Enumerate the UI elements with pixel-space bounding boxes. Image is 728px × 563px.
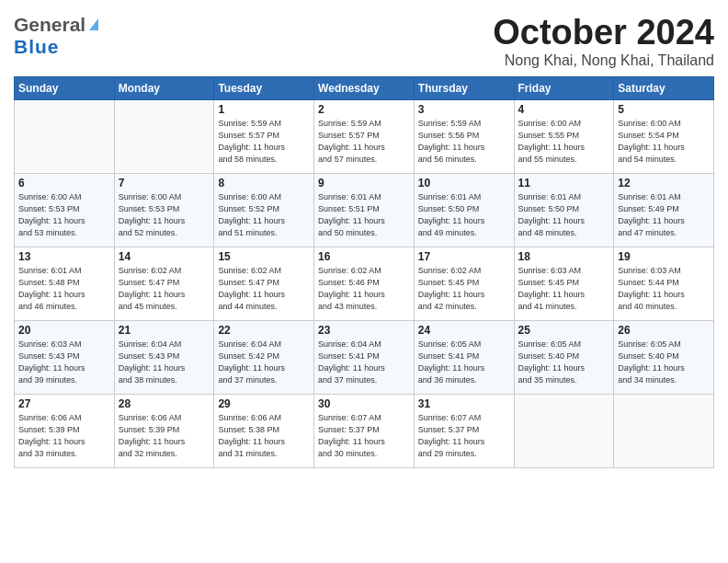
table-row: 8Sunrise: 6:00 AM Sunset: 5:52 PM Daylig… [214, 173, 314, 247]
day-number: 10 [418, 177, 510, 190]
day-info: Sunrise: 6:03 AM Sunset: 5:45 PM Dayligh… [518, 265, 610, 313]
day-number: 20 [18, 324, 110, 337]
day-number: 28 [119, 397, 210, 410]
table-row: 11Sunrise: 6:01 AM Sunset: 5:50 PM Dayli… [514, 173, 614, 247]
calendar: Sunday Monday Tuesday Wednesday Thursday… [14, 76, 714, 468]
table-row: 21Sunrise: 6:04 AM Sunset: 5:43 PM Dayli… [114, 320, 214, 394]
table-row: 10Sunrise: 6:01 AM Sunset: 5:50 PM Dayli… [414, 173, 514, 247]
day-info: Sunrise: 6:05 AM Sunset: 5:41 PM Dayligh… [418, 339, 510, 386]
weekday-header-row: Sunday Monday Tuesday Wednesday Thursday… [15, 76, 714, 99]
header-friday: Friday [514, 76, 614, 99]
day-info: Sunrise: 6:05 AM Sunset: 5:40 PM Dayligh… [518, 339, 610, 386]
day-info: Sunrise: 5:59 AM Sunset: 5:56 PM Dayligh… [418, 118, 510, 166]
logo-general: General [14, 14, 85, 36]
day-number: 14 [119, 250, 210, 263]
header-sunday: Sunday [15, 76, 115, 99]
table-row: 26Sunrise: 6:05 AM Sunset: 5:40 PM Dayli… [614, 320, 714, 394]
day-number: 1 [218, 103, 310, 116]
day-number: 15 [218, 250, 310, 263]
day-number: 18 [518, 250, 610, 263]
day-number: 27 [18, 397, 110, 410]
day-info: Sunrise: 6:02 AM Sunset: 5:47 PM Dayligh… [119, 265, 210, 313]
header-monday: Monday [114, 76, 214, 99]
day-number: 31 [418, 397, 510, 410]
day-number: 26 [618, 324, 710, 337]
location-title: Nong Khai, Nong Khai, Thailand [493, 52, 714, 69]
header-thursday: Thursday [414, 76, 514, 99]
week-row-4: 20Sunrise: 6:03 AM Sunset: 5:43 PM Dayli… [15, 320, 714, 394]
table-row: 23Sunrise: 6:04 AM Sunset: 5:41 PM Dayli… [314, 320, 415, 394]
table-row [15, 99, 115, 173]
day-info: Sunrise: 6:06 AM Sunset: 5:38 PM Dayligh… [218, 412, 310, 460]
table-row: 27Sunrise: 6:06 AM Sunset: 5:39 PM Dayli… [15, 394, 115, 467]
table-row: 22Sunrise: 6:04 AM Sunset: 5:42 PM Dayli… [214, 320, 314, 394]
day-info: Sunrise: 6:04 AM Sunset: 5:42 PM Dayligh… [218, 339, 310, 386]
day-info: Sunrise: 6:02 AM Sunset: 5:46 PM Dayligh… [318, 265, 410, 313]
day-info: Sunrise: 6:04 AM Sunset: 5:43 PM Dayligh… [119, 339, 210, 386]
day-info: Sunrise: 6:00 AM Sunset: 5:52 PM Dayligh… [218, 191, 310, 239]
table-row: 24Sunrise: 6:05 AM Sunset: 5:41 PM Dayli… [414, 320, 514, 394]
table-row: 19Sunrise: 6:03 AM Sunset: 5:44 PM Dayli… [614, 247, 714, 320]
day-info: Sunrise: 6:05 AM Sunset: 5:40 PM Dayligh… [618, 339, 710, 386]
table-row: 9Sunrise: 6:01 AM Sunset: 5:51 PM Daylig… [314, 173, 415, 247]
header: General Blue October 2024 Nong Khai, Non… [14, 14, 714, 69]
day-info: Sunrise: 6:01 AM Sunset: 5:49 PM Dayligh… [618, 191, 710, 239]
day-info: Sunrise: 6:01 AM Sunset: 5:50 PM Dayligh… [418, 191, 510, 239]
week-row-1: 1Sunrise: 5:59 AM Sunset: 5:57 PM Daylig… [15, 99, 714, 173]
table-row: 16Sunrise: 6:02 AM Sunset: 5:46 PM Dayli… [314, 247, 415, 320]
day-number: 6 [18, 177, 110, 190]
table-row: 3Sunrise: 5:59 AM Sunset: 5:56 PM Daylig… [414, 99, 514, 173]
day-number: 12 [618, 177, 710, 190]
table-row: 5Sunrise: 6:00 AM Sunset: 5:54 PM Daylig… [614, 99, 714, 173]
day-number: 16 [318, 250, 410, 263]
day-info: Sunrise: 6:02 AM Sunset: 5:45 PM Dayligh… [418, 265, 510, 313]
day-number: 9 [318, 177, 410, 190]
table-row: 15Sunrise: 6:02 AM Sunset: 5:47 PM Dayli… [214, 247, 314, 320]
day-number: 24 [418, 324, 510, 337]
table-row: 20Sunrise: 6:03 AM Sunset: 5:43 PM Dayli… [15, 320, 115, 394]
table-row: 1Sunrise: 5:59 AM Sunset: 5:57 PM Daylig… [214, 99, 314, 173]
day-number: 23 [318, 324, 410, 337]
day-info: Sunrise: 6:00 AM Sunset: 5:53 PM Dayligh… [18, 191, 110, 239]
day-info: Sunrise: 6:01 AM Sunset: 5:50 PM Dayligh… [518, 191, 610, 239]
table-row: 18Sunrise: 6:03 AM Sunset: 5:45 PM Dayli… [514, 247, 614, 320]
table-row: 17Sunrise: 6:02 AM Sunset: 5:45 PM Dayli… [414, 247, 514, 320]
table-row: 6Sunrise: 6:00 AM Sunset: 5:53 PM Daylig… [15, 173, 115, 247]
day-number: 5 [618, 103, 710, 116]
table-row: 2Sunrise: 5:59 AM Sunset: 5:57 PM Daylig… [314, 99, 415, 173]
day-number: 13 [18, 250, 110, 263]
day-number: 30 [318, 397, 410, 410]
day-info: Sunrise: 6:04 AM Sunset: 5:41 PM Dayligh… [318, 339, 410, 386]
day-info: Sunrise: 6:03 AM Sunset: 5:44 PM Dayligh… [618, 265, 710, 313]
month-title: October 2024 [493, 14, 714, 52]
day-info: Sunrise: 6:01 AM Sunset: 5:48 PM Dayligh… [18, 265, 110, 313]
day-number: 11 [518, 177, 610, 190]
table-row: 14Sunrise: 6:02 AM Sunset: 5:47 PM Dayli… [114, 247, 214, 320]
table-row [114, 99, 214, 173]
table-row: 12Sunrise: 6:01 AM Sunset: 5:49 PM Dayli… [614, 173, 714, 247]
day-info: Sunrise: 6:06 AM Sunset: 5:39 PM Dayligh… [119, 412, 210, 460]
table-row [614, 394, 714, 467]
day-info: Sunrise: 6:02 AM Sunset: 5:47 PM Dayligh… [218, 265, 310, 313]
week-row-3: 13Sunrise: 6:01 AM Sunset: 5:48 PM Dayli… [15, 247, 714, 320]
day-number: 22 [218, 324, 310, 337]
day-number: 7 [119, 177, 210, 190]
day-number: 3 [418, 103, 510, 116]
day-number: 2 [318, 103, 410, 116]
header-wednesday: Wednesday [314, 76, 415, 99]
day-info: Sunrise: 5:59 AM Sunset: 5:57 PM Dayligh… [318, 118, 410, 166]
table-row [514, 394, 614, 467]
day-info: Sunrise: 6:00 AM Sunset: 5:53 PM Dayligh… [119, 191, 210, 239]
day-info: Sunrise: 6:00 AM Sunset: 5:54 PM Dayligh… [618, 118, 710, 166]
table-row: 29Sunrise: 6:06 AM Sunset: 5:38 PM Dayli… [214, 394, 314, 467]
table-row: 4Sunrise: 6:00 AM Sunset: 5:55 PM Daylig… [514, 99, 614, 173]
table-row: 31Sunrise: 6:07 AM Sunset: 5:37 PM Dayli… [414, 394, 514, 467]
table-row: 28Sunrise: 6:06 AM Sunset: 5:39 PM Dayli… [114, 394, 214, 467]
page: General Blue October 2024 Nong Khai, Non… [0, 0, 728, 563]
table-row: 25Sunrise: 6:05 AM Sunset: 5:40 PM Dayli… [514, 320, 614, 394]
logo-triangle-icon [89, 18, 98, 30]
day-number: 25 [518, 324, 610, 337]
day-info: Sunrise: 6:01 AM Sunset: 5:51 PM Dayligh… [318, 191, 410, 239]
day-number: 19 [618, 250, 710, 263]
table-row: 30Sunrise: 6:07 AM Sunset: 5:37 PM Dayli… [314, 394, 415, 467]
